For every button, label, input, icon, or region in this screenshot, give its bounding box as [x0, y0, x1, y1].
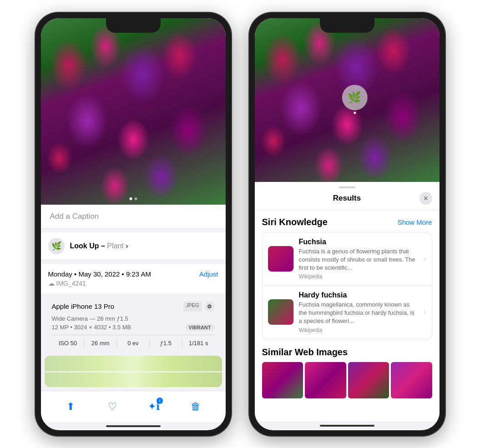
- similar-images: [262, 362, 432, 398]
- knowledge-card: Fuchsia Fuchsia is a genus of flowering …: [262, 232, 432, 339]
- lookup-text: Look Up – Plant ›: [70, 242, 128, 250]
- photo-date: Monday • May 30, 2022 • 9:23 AM: [48, 270, 151, 278]
- settings-icon: ⚙: [205, 302, 215, 312]
- dot-1: [129, 197, 132, 200]
- map-section[interactable]: [45, 356, 222, 388]
- hardy-desc: Fuchsia magellanica, commonly known as t…: [299, 301, 419, 326]
- sheet-header: Results ✕: [255, 192, 440, 211]
- exif-shutter: 1/181 s: [182, 339, 215, 347]
- flower-image: [41, 18, 226, 205]
- device-name: Apple iPhone 13 Pro: [52, 302, 115, 310]
- hardy-text: Hardy fuchsia Fuchsia magellanica, commo…: [299, 291, 419, 333]
- similar-img-4[interactable]: [391, 362, 432, 398]
- right-home-bar: [255, 421, 440, 430]
- fuchsia-text: Fuchsia Fuchsia is a genus of flowering …: [299, 238, 419, 280]
- adjust-button[interactable]: Adjust: [199, 270, 218, 278]
- siri-section-header: Siri Knowledge Show More: [262, 211, 432, 232]
- info-button[interactable]: ✦ℹ i: [146, 398, 162, 415]
- map-road: [45, 371, 222, 372]
- similar-section: Similar Web Images: [262, 340, 432, 398]
- home-indicator: [106, 425, 161, 427]
- close-icon: ✕: [423, 195, 429, 202]
- photo-dots: [129, 197, 137, 200]
- fuchsia-image: [268, 246, 293, 272]
- hardy-name: Hardy fuchsia: [299, 291, 419, 299]
- fuchsia-desc: Fuchsia is a genus of flowering plants t…: [299, 247, 419, 272]
- notch: [106, 18, 161, 33]
- results-sheet: Results ✕ Siri Knowledge Show More Fuchs…: [255, 182, 440, 421]
- home-bar: [41, 422, 226, 430]
- sheet-handle: [339, 186, 355, 188]
- close-button[interactable]: ✕: [419, 192, 432, 205]
- similar-title: Similar Web Images: [262, 347, 432, 357]
- filename: IMG_4241: [56, 280, 86, 287]
- hardy-image: [268, 299, 293, 325]
- caption-placeholder[interactable]: Add a Caption: [50, 212, 99, 221]
- filename-row: ☁ IMG_4241: [48, 280, 218, 287]
- exif-aperture: ƒ1.5: [150, 339, 182, 347]
- results-title: Results: [275, 194, 419, 203]
- hardy-source: Wikipedia: [299, 327, 419, 333]
- fuchsia-name: Fuchsia: [299, 238, 419, 246]
- show-more-button[interactable]: Show More: [398, 218, 432, 226]
- photo-view[interactable]: [41, 18, 226, 205]
- plant-icon: 🌿: [48, 238, 65, 254]
- siri-knowledge-title: Siri Knowledge: [262, 217, 328, 227]
- similar-img-1[interactable]: [262, 362, 303, 398]
- knowledge-item-fuchsia[interactable]: Fuchsia Fuchsia is a genus of flowering …: [263, 232, 432, 286]
- favorite-button[interactable]: ♡: [104, 398, 121, 415]
- similar-img-3[interactable]: [348, 362, 389, 398]
- sheet-content: Siri Knowledge Show More Fuchsia Fuchsia…: [255, 211, 440, 398]
- device-section: Apple iPhone 13 Pro JPEG ⚙ Wide Camera —…: [45, 297, 222, 352]
- right-photo-view: 🌿: [255, 18, 440, 182]
- exif-mm: 26 mm: [84, 339, 117, 347]
- delete-button[interactable]: 🗑: [187, 398, 204, 415]
- info-badge: i: [157, 398, 163, 404]
- mp-spec: 12 MP • 3024 × 4032 • 3.5 MB: [52, 324, 131, 331]
- camera-spec: Wide Camera — 26 mm ƒ1.5: [52, 315, 215, 322]
- format-badges: JPEG ⚙: [183, 302, 215, 312]
- bottom-toolbar: ⬆ ♡ ✦ℹ i 🗑: [41, 391, 226, 422]
- exif-row: ISO 50 26 mm 0 ev ƒ1.5 1/181 s: [52, 335, 215, 347]
- fuchsia-source: Wikipedia: [299, 273, 419, 280]
- dot-2: [134, 197, 137, 200]
- caption-area[interactable]: Add a Caption: [41, 205, 226, 229]
- map-bg: [45, 356, 222, 388]
- vibrant-badge: VIBRANT: [185, 324, 215, 331]
- lookup-section[interactable]: 🌿 Look Up – Plant ›: [41, 232, 226, 260]
- share-button[interactable]: ⬆: [62, 398, 79, 415]
- cloud-icon: ☁: [48, 280, 55, 287]
- knowledge-item-hardy[interactable]: Hardy fuchsia Fuchsia magellanica, commo…: [263, 286, 432, 339]
- exif-ev: 0 ev: [117, 339, 150, 347]
- right-home-indicator: [320, 425, 374, 427]
- info-section: Monday • May 30, 2022 • 9:23 AM Adjust ☁…: [41, 264, 226, 293]
- visual-search-button[interactable]: 🌿: [342, 85, 367, 110]
- exif-iso: ISO 50: [52, 339, 85, 347]
- jpeg-badge: JPEG: [183, 302, 202, 312]
- right-phone: 🌿 Results ✕ Siri Knowledge Show More: [249, 13, 445, 436]
- fuchsia-chevron: ›: [424, 255, 426, 262]
- left-phone: Add a Caption 🌿 Look Up – Plant › Monday…: [35, 13, 231, 436]
- search-dot: [354, 111, 356, 114]
- similar-img-2[interactable]: [305, 362, 346, 398]
- hardy-chevron: ›: [424, 308, 426, 316]
- right-notch: [320, 18, 374, 33]
